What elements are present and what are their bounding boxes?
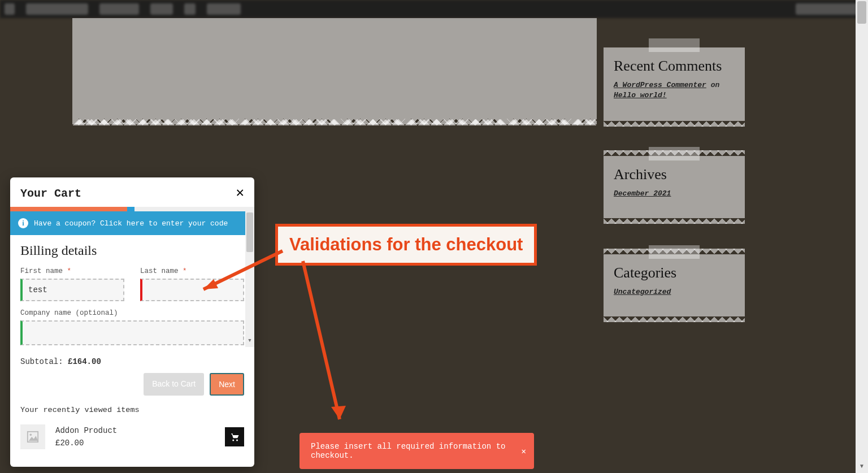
page-scrollbar[interactable]: ▲ ▼ xyxy=(856,0,868,473)
category-link[interactable]: Uncategorized xyxy=(614,288,671,296)
recent-item: Addon Product £20.00 xyxy=(20,424,244,449)
add-to-cart-button[interactable] xyxy=(225,427,244,446)
widget-title: Archives xyxy=(614,166,735,183)
recent-item-price: £20.00 xyxy=(55,439,215,448)
tape-decoration xyxy=(649,38,700,52)
close-icon[interactable]: ✕ xyxy=(236,186,244,200)
annotation-label: Validations for the checkout xyxy=(275,224,537,266)
svg-point-3 xyxy=(236,440,238,441)
comment-post-link[interactable]: Hello world! xyxy=(614,91,667,99)
product-thumbnail-placeholder xyxy=(20,424,45,449)
svg-marker-5 xyxy=(203,279,218,289)
on-text: on xyxy=(706,81,719,89)
recently-viewed-label: Your recently viewed items xyxy=(20,406,244,414)
subtotal-label: Subtotal: xyxy=(20,357,68,366)
annotation-arrow-2 xyxy=(297,261,365,436)
toast-message: Please insert all required information t… xyxy=(311,442,509,460)
widget-archives: Archives December 2021 xyxy=(604,156,745,218)
svg-line-6 xyxy=(303,261,340,419)
error-toast: Please insert all required information t… xyxy=(300,433,534,469)
checkout-progress xyxy=(10,207,254,211)
coupon-banner[interactable]: i Have a coupon? Click here to enter you… xyxy=(10,211,254,235)
wp-admin-bar xyxy=(0,0,868,18)
svg-point-1 xyxy=(30,434,32,436)
svg-point-2 xyxy=(232,440,234,441)
recent-item-name[interactable]: Addon Product xyxy=(55,426,117,435)
first-name-input[interactable]: test xyxy=(20,279,124,301)
cart-panel: Your Cart ✕ i Have a coupon? Click here … xyxy=(10,177,254,467)
main-content-paper xyxy=(72,18,597,119)
coupon-text: Have a coupon? Click here to enter your … xyxy=(34,219,228,228)
image-icon xyxy=(27,431,39,443)
archive-link[interactable]: December 2021 xyxy=(614,189,671,198)
widget-recent-comments: Recent Comments A WordPress Commenter on… xyxy=(604,47,745,121)
widget-title: Recent Comments xyxy=(614,58,735,75)
company-label: Company name (optional) xyxy=(20,309,244,317)
back-to-cart-button[interactable]: Back to Cart xyxy=(144,373,204,396)
annotation-arrow-1 xyxy=(186,244,294,301)
widget-title: Categories xyxy=(614,264,735,281)
toast-close-icon[interactable]: ✕ xyxy=(522,446,526,456)
first-name-label: First name * xyxy=(20,267,124,275)
widget-categories: Categories Uncategorized xyxy=(604,254,745,316)
svg-marker-7 xyxy=(331,406,346,419)
company-input[interactable] xyxy=(20,320,244,345)
next-button[interactable]: Next xyxy=(210,373,244,396)
info-icon: i xyxy=(18,218,28,228)
cart-title: Your Cart xyxy=(20,187,81,200)
cart-icon xyxy=(229,432,240,442)
comment-author-link[interactable]: A WordPress Commenter xyxy=(614,81,706,89)
subtotal-value: £164.00 xyxy=(68,357,101,366)
